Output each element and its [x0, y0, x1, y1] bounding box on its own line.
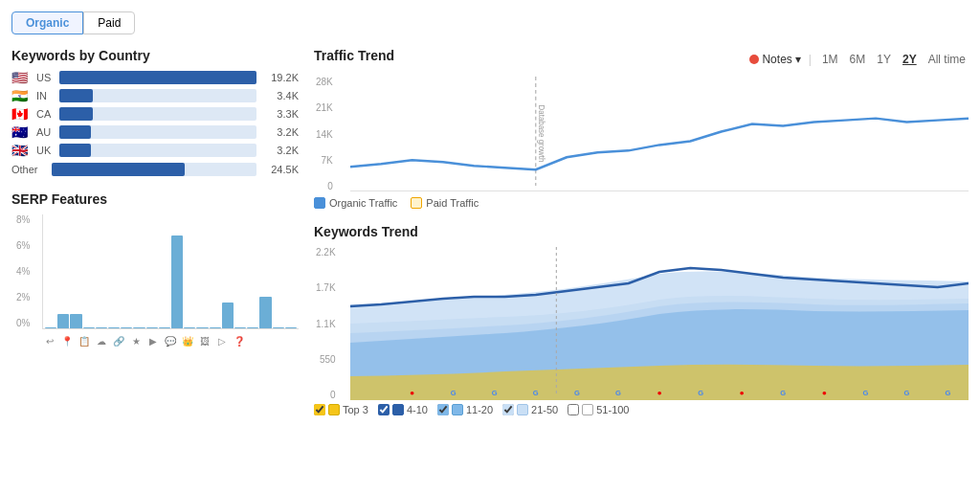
kw-legend-label: 21-50	[531, 404, 558, 415]
serp-feature-icon[interactable]: 🔗	[111, 333, 126, 348]
time-filter-6m[interactable]: 6M	[847, 52, 869, 67]
traffic-chart-svg: Database growth	[350, 77, 969, 190]
svg-text:G: G	[451, 389, 457, 397]
traffic-y-label: 0	[316, 181, 333, 191]
svg-text:G: G	[698, 389, 703, 397]
serp-bar	[247, 327, 258, 328]
traffic-trend: Traffic Trend Notes ▾ | 1M6M1Y2YAll time…	[314, 48, 969, 209]
serp-bar	[57, 314, 69, 328]
country-value: 3.3K	[262, 108, 299, 120]
svg-text:G: G	[574, 389, 580, 397]
right-panel: Traffic Trend Notes ▾ | 1M6M1Y2YAll time…	[314, 48, 969, 483]
serp-feature-icon[interactable]: ☁	[94, 333, 109, 348]
serp-bar	[83, 327, 95, 328]
serp-bar	[108, 327, 120, 328]
serp-feature-icon[interactable]: 📍	[59, 333, 75, 348]
serp-feature-icon[interactable]: ▷	[214, 333, 230, 348]
svg-text:G: G	[780, 389, 786, 397]
divider: |	[809, 53, 812, 66]
country-code: UK	[36, 145, 54, 156]
time-filter-1m[interactable]: 1M	[819, 52, 841, 67]
organic-label: Organic Traffic	[329, 197, 397, 209]
serp-bar	[133, 327, 145, 328]
svg-text:●: ●	[740, 388, 745, 397]
serp-feature-icon[interactable]: 📋	[77, 333, 92, 348]
flag-icon: 🇬🇧	[11, 144, 31, 157]
kw-legend-checkbox[interactable]	[314, 404, 325, 415]
kw-legend-item[interactable]: 51-100	[568, 404, 629, 415]
serp-feature-icon[interactable]: ★	[128, 333, 144, 348]
serp-feature-icon[interactable]: ▶	[145, 333, 161, 348]
kw-legend-color	[517, 404, 528, 415]
paid-legend[interactable]: Paid Traffic	[411, 197, 479, 209]
keywords-country-title: Keywords by Country	[11, 48, 299, 63]
kw-legend: Top 34-1011-2021-5051-100	[314, 404, 969, 415]
kw-legend-checkbox[interactable]	[437, 404, 449, 415]
serp-bar	[184, 327, 195, 328]
other-bar-bg	[52, 163, 256, 176]
serp-bar	[171, 235, 183, 328]
serp-feature-icon[interactable]: 👑	[180, 333, 195, 348]
serp-feature-icon[interactable]: 🖼	[197, 333, 212, 348]
serp-bar	[70, 314, 81, 328]
svg-text:●: ●	[410, 388, 414, 397]
serp-bar	[96, 327, 107, 328]
traffic-trend-title: Traffic Trend	[314, 48, 394, 63]
kw-legend-label: 51-100	[596, 404, 629, 415]
kw-legend-checkbox[interactable]	[568, 404, 579, 415]
country-row: 🇦🇺 AU 3.2K	[11, 125, 299, 139]
serp-bar	[259, 297, 271, 328]
view-tabs: Organic Paid	[11, 11, 969, 34]
organic-checkbox[interactable]	[314, 197, 325, 209]
tab-organic[interactable]: Organic	[11, 11, 83, 34]
kw-legend-item[interactable]: 4-10	[378, 404, 428, 415]
kw-chart-area: ● G G G G G ● G ● G ● G G G	[350, 247, 969, 400]
notes-button[interactable]: Notes ▾	[749, 53, 800, 66]
svg-text:G: G	[946, 389, 951, 397]
serp-bar	[210, 327, 221, 328]
svg-text:G: G	[492, 389, 498, 397]
kw-legend-checkbox[interactable]	[378, 404, 390, 415]
kw-legend-item[interactable]: Top 3	[314, 404, 368, 415]
time-filter-1y[interactable]: 1Y	[874, 52, 894, 67]
serp-bar	[45, 327, 56, 328]
kw-legend-color	[328, 404, 340, 415]
kw-legend-item[interactable]: 21-50	[502, 404, 558, 415]
country-bar-bg	[59, 71, 256, 84]
serp-chart: 8%6%4%2%0%	[42, 214, 299, 329]
paid-checkbox[interactable]	[411, 197, 422, 209]
serp-features: SERP Features 8%6%4%2%0% ↩📍📋☁🔗★▶💬👑🖼▷❓	[11, 191, 299, 483]
serp-feature-icon[interactable]: ❓	[232, 333, 247, 348]
time-filter-all-time[interactable]: All time	[925, 52, 969, 67]
traffic-y-label: 7K	[316, 155, 333, 166]
notes-dot	[749, 55, 759, 64]
kw-legend-label: 11-20	[466, 404, 493, 415]
kw-legend-item[interactable]: 11-20	[437, 404, 493, 415]
organic-legend[interactable]: Organic Traffic	[314, 197, 397, 209]
kw-legend-checkbox[interactable]	[502, 404, 514, 415]
traffic-chart-area: Database growth	[350, 77, 969, 191]
kw-legend-color	[392, 404, 404, 415]
kw-y-label: 1.7K	[316, 282, 336, 293]
serp-feature-icon[interactable]: ↩	[42, 333, 57, 348]
other-label: Other	[11, 164, 46, 175]
paid-label: Paid Traffic	[426, 197, 479, 209]
serp-feature-icon[interactable]: 💬	[163, 333, 178, 348]
tab-paid[interactable]: Paid	[83, 11, 135, 34]
country-bar-fill	[59, 125, 91, 139]
country-code: US	[36, 72, 54, 83]
traffic-controls: Notes ▾ | 1M6M1Y2YAll time	[749, 52, 969, 67]
country-bar-fill	[59, 107, 93, 121]
svg-text:●: ●	[822, 388, 827, 397]
serp-bar	[222, 303, 234, 328]
main-layout: Keywords by Country 🇺🇸 US 19.2K 🇮🇳 IN 3.…	[11, 48, 969, 483]
time-filter-2y[interactable]: 2Y	[900, 52, 920, 67]
country-bar-bg	[59, 107, 256, 121]
kw-y-label: 0	[316, 390, 336, 400]
serp-bar	[273, 327, 284, 328]
notes-label: Notes	[762, 53, 791, 66]
kw-y-label: 550	[316, 354, 336, 365]
keywords-by-country: Keywords by Country 🇺🇸 US 19.2K 🇮🇳 IN 3.…	[11, 48, 299, 176]
serp-bar	[285, 327, 297, 328]
svg-text:G: G	[862, 389, 868, 397]
